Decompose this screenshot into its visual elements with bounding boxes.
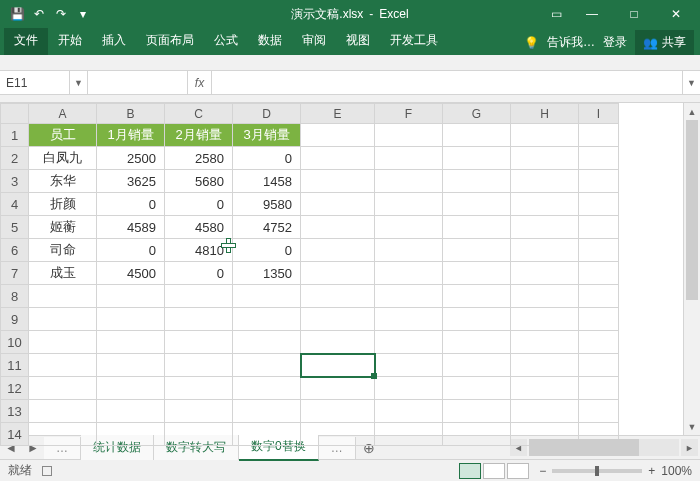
- cell[interactable]: [579, 239, 619, 262]
- cell[interactable]: [233, 285, 301, 308]
- row-header[interactable]: 9: [1, 308, 29, 331]
- zoom-out-button[interactable]: −: [539, 464, 546, 478]
- col-header[interactable]: G: [443, 104, 511, 124]
- cell[interactable]: [375, 400, 443, 423]
- cell[interactable]: [375, 377, 443, 400]
- cell[interactable]: 0: [233, 239, 301, 262]
- cell[interactable]: [301, 285, 375, 308]
- maximize-button[interactable]: □: [614, 0, 654, 28]
- cell[interactable]: [375, 170, 443, 193]
- cell[interactable]: 2500: [97, 147, 165, 170]
- qat-more-icon[interactable]: ▾: [74, 5, 92, 23]
- cell[interactable]: [511, 239, 579, 262]
- tell-me[interactable]: 告诉我…: [547, 34, 595, 51]
- col-header[interactable]: H: [511, 104, 579, 124]
- zoom-level[interactable]: 100%: [661, 464, 692, 478]
- row-header[interactable]: 5: [1, 216, 29, 239]
- zoom-in-button[interactable]: +: [648, 464, 655, 478]
- col-header[interactable]: A: [29, 104, 97, 124]
- cell[interactable]: [29, 377, 97, 400]
- cell[interactable]: 2月销量: [165, 124, 233, 147]
- cell[interactable]: 4500: [97, 262, 165, 285]
- redo-icon[interactable]: ↷: [52, 5, 70, 23]
- view-normal-icon[interactable]: [459, 463, 481, 479]
- cell[interactable]: [301, 377, 375, 400]
- col-header[interactable]: D: [233, 104, 301, 124]
- ribbon-options-icon[interactable]: ▭: [542, 0, 570, 28]
- row-header[interactable]: 13: [1, 400, 29, 423]
- cell[interactable]: [301, 239, 375, 262]
- col-header[interactable]: E: [301, 104, 375, 124]
- cell[interactable]: [443, 124, 511, 147]
- fx-icon[interactable]: fx: [188, 71, 212, 94]
- cell[interactable]: [443, 354, 511, 377]
- cell[interactable]: [97, 400, 165, 423]
- tab-file[interactable]: 文件: [4, 27, 48, 55]
- cell[interactable]: [375, 423, 443, 446]
- cell[interactable]: 司命: [29, 239, 97, 262]
- cell[interactable]: 0: [233, 147, 301, 170]
- scroll-thumb[interactable]: [686, 120, 698, 300]
- close-button[interactable]: ✕: [656, 0, 696, 28]
- cell[interactable]: [579, 354, 619, 377]
- zoom-slider[interactable]: [552, 469, 642, 473]
- scroll-right-icon[interactable]: ►: [681, 439, 698, 456]
- cell[interactable]: [29, 285, 97, 308]
- cell[interactable]: [233, 331, 301, 354]
- cell[interactable]: [301, 124, 375, 147]
- row-header[interactable]: 4: [1, 193, 29, 216]
- cell[interactable]: [301, 400, 375, 423]
- cell[interactable]: [301, 423, 375, 446]
- cell[interactable]: [97, 354, 165, 377]
- cell[interactable]: 0: [165, 262, 233, 285]
- cell[interactable]: 0: [165, 193, 233, 216]
- cell[interactable]: [443, 400, 511, 423]
- cell[interactable]: [165, 377, 233, 400]
- cell[interactable]: [375, 331, 443, 354]
- cell[interactable]: [301, 193, 375, 216]
- cell[interactable]: [29, 400, 97, 423]
- cell[interactable]: [29, 308, 97, 331]
- cell[interactable]: 1月销量: [97, 124, 165, 147]
- cell[interactable]: 3月销量: [233, 124, 301, 147]
- cell[interactable]: [233, 308, 301, 331]
- cell[interactable]: [165, 400, 233, 423]
- cell[interactable]: [511, 216, 579, 239]
- cell[interactable]: [165, 423, 233, 446]
- select-all-corner[interactable]: [1, 104, 29, 124]
- tab-home[interactable]: 开始: [48, 27, 92, 55]
- cell[interactable]: 折颜: [29, 193, 97, 216]
- view-pagebreak-icon[interactable]: [507, 463, 529, 479]
- row-header[interactable]: 8: [1, 285, 29, 308]
- cell[interactable]: [301, 147, 375, 170]
- cell[interactable]: [511, 147, 579, 170]
- formula-expand-icon[interactable]: ▼: [682, 71, 700, 94]
- row-header[interactable]: 3: [1, 170, 29, 193]
- cell[interactable]: [511, 400, 579, 423]
- cell[interactable]: [29, 354, 97, 377]
- save-icon[interactable]: 💾: [8, 5, 26, 23]
- cell[interactable]: 员工: [29, 124, 97, 147]
- cell[interactable]: [511, 170, 579, 193]
- cell[interactable]: [165, 285, 233, 308]
- cell[interactable]: 东华: [29, 170, 97, 193]
- cell[interactable]: [233, 423, 301, 446]
- cell[interactable]: [579, 377, 619, 400]
- cell[interactable]: 3625: [97, 170, 165, 193]
- cell[interactable]: 4810: [165, 239, 233, 262]
- col-header[interactable]: I: [579, 104, 619, 124]
- cell[interactable]: [511, 377, 579, 400]
- cell[interactable]: [443, 193, 511, 216]
- cell[interactable]: [301, 170, 375, 193]
- tab-review[interactable]: 审阅: [292, 27, 336, 55]
- name-box[interactable]: E11: [0, 71, 70, 94]
- cell-grid[interactable]: A B C D E F G H I 1员工1月销量2月销量3月销量2白凤九250…: [0, 103, 619, 446]
- cell[interactable]: [375, 285, 443, 308]
- cell[interactable]: [375, 216, 443, 239]
- cell[interactable]: [233, 400, 301, 423]
- cell[interactable]: [443, 377, 511, 400]
- hscroll-thumb[interactable]: [529, 439, 639, 456]
- row-header[interactable]: 1: [1, 124, 29, 147]
- formula-input[interactable]: [212, 71, 682, 94]
- cell[interactable]: [97, 285, 165, 308]
